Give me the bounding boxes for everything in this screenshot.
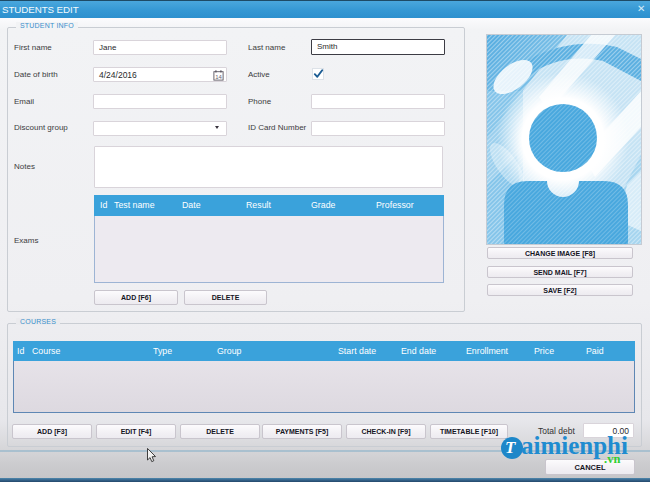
svg-text:14: 14 [215, 74, 222, 80]
